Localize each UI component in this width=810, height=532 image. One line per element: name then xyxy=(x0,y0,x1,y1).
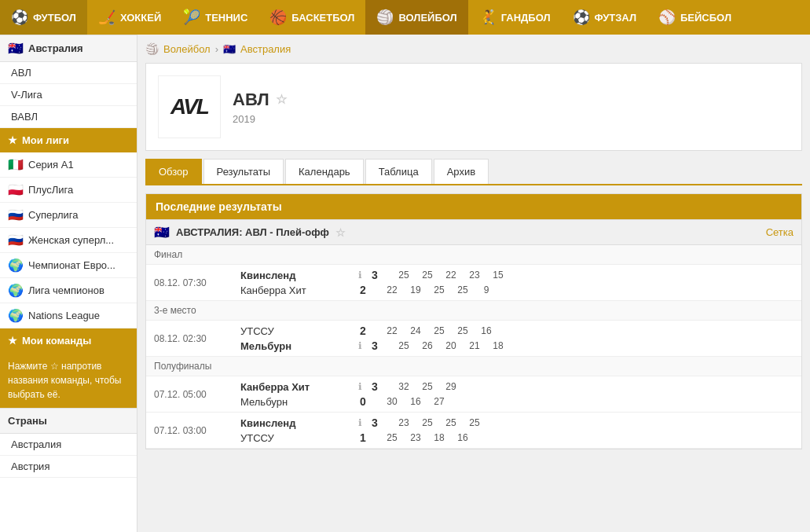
team2-score-sf1: 0 xyxy=(355,395,371,408)
match-time-sf2: 07.12. 03:00 xyxy=(154,425,240,436)
star-teams-icon: ★ xyxy=(8,335,17,347)
team-row-3rd-1: УТССУ 2 22 24 25 25 16 xyxy=(240,325,794,337)
round-final: Финал xyxy=(146,245,801,265)
team2-sets: 22 19 25 25 9 xyxy=(383,284,495,295)
breadcrumb: 🏐 Волейбол › 🇦🇺 Австралия xyxy=(145,42,802,55)
my-teams-header: ★ Мои команды xyxy=(0,328,137,353)
volleyball-icon: 🏐 xyxy=(376,9,394,26)
futsal-icon: ⚽ xyxy=(573,9,590,26)
match-row-sf1[interactable]: 07.12. 05:00 Канберра Хит ℹ 3 32 25 29 М… xyxy=(146,376,801,413)
nav-basketball[interactable]: 🏀 БАСКЕТБОЛ xyxy=(258,0,365,35)
nav-volleyball[interactable]: 🏐 ВОЛЕЙБОЛ xyxy=(365,0,467,35)
favorite-tournament-button[interactable]: ☆ xyxy=(335,226,346,239)
team1-sets: 25 25 22 23 15 xyxy=(395,270,507,281)
team2-score-3rd: 3 xyxy=(367,339,383,352)
league-name: АВЛ ☆ xyxy=(233,90,287,110)
tournament-flag: 🇦🇺 xyxy=(154,225,170,240)
my-teams-description: Нажмите ☆ напротив названия команды, что… xyxy=(0,353,137,408)
sidebar-item-champions-league[interactable]: 🌍 Лига чемпионов xyxy=(0,278,137,303)
star-icon: ★ xyxy=(8,134,17,146)
nav-football[interactable]: ⚽ ФУТБОЛ xyxy=(0,0,87,35)
nav-baseball[interactable]: ⚾ БЕЙСБОЛ xyxy=(647,0,742,35)
tab-table[interactable]: Таблица xyxy=(365,159,432,184)
tab-archive[interactable]: Архив xyxy=(434,159,489,184)
main-content: 🏐 Волейбол › 🇦🇺 Австралия AVL АВЛ ☆ 2019… xyxy=(137,35,810,532)
team1-info-sf2[interactable]: ℹ xyxy=(358,417,362,428)
match-row-sf2[interactable]: 07.12. 03:00 Квинсленд ℹ 3 23 25 25 25 xyxy=(146,413,801,449)
team-name-sf1-2: Мельбурн xyxy=(240,396,350,408)
team1-sets-sf2: 23 25 25 25 xyxy=(395,417,483,428)
match-row-third[interactable]: 08.12. 02:30 УТССУ 2 22 24 25 25 16 xyxy=(146,321,801,357)
team-row-sf1-1: Канберра Хит ℹ 3 32 25 29 xyxy=(240,380,794,393)
team-name-sf2-1: Квинсленд xyxy=(240,417,350,429)
team1-score: 3 xyxy=(367,269,383,281)
tab-results[interactable]: Результаты xyxy=(203,159,284,184)
nav-handball[interactable]: 🤾 ГАНДБОЛ xyxy=(468,0,562,35)
breadcrumb-country[interactable]: Австралия xyxy=(240,43,291,55)
my-leagues-section: ★ Мои лиги xyxy=(0,128,137,152)
sidebar-item-seria-a1[interactable]: 🇮🇹 Серия А1 xyxy=(0,152,137,178)
team-row-3rd-2: Мельбурн ℹ 3 25 26 20 21 18 xyxy=(240,339,794,352)
sidebar-item-plusliga[interactable]: 🇵🇱 ПлусЛига xyxy=(0,178,137,203)
tennis-icon: 🎾 xyxy=(183,9,200,26)
team-name-sf1-1: Канберра Хит xyxy=(240,381,350,393)
sidebar-item-vavl[interactable]: ВАВЛ xyxy=(0,106,137,128)
round-semifinals: Полуфиналы xyxy=(146,357,801,376)
baseball-icon: ⚾ xyxy=(658,9,676,26)
team-row-2: Канберра Хит 2 22 19 25 25 9 xyxy=(240,284,794,296)
top-navigation: ⚽ ФУТБОЛ 🏒 ХОККЕЙ 🎾 ТЕННИС 🏀 БАСКЕТБОЛ 🏐… xyxy=(0,0,810,35)
team1-score-sf1: 3 xyxy=(367,380,383,393)
countries-header: Страны xyxy=(0,408,137,434)
team2-score-sf2: 1 xyxy=(355,431,371,444)
volleyball-breadcrumb-icon: 🏐 xyxy=(145,42,159,55)
tournament-row: 🇦🇺 АВСТРАЛИЯ: АВЛ - Плей-офф ☆ Сетка xyxy=(146,219,801,245)
my-teams-section: ★ Мои команды Нажмите ☆ напротив названи… xyxy=(0,328,137,408)
favorite-league-button[interactable]: ☆ xyxy=(276,92,287,107)
team1-sets-sf1: 32 25 29 xyxy=(395,381,460,392)
breadcrumb-sport[interactable]: Волейбол xyxy=(163,43,211,55)
sidebar-item-superliga[interactable]: 🇷🇺 Суперлига xyxy=(0,203,137,228)
match-teams-sf1: Канберра Хит ℹ 3 32 25 29 Мельбурн 0 xyxy=(240,380,794,408)
main-layout: 🇦🇺 Австралия АВЛ V-Лига ВАВЛ ★ Мои лиги … xyxy=(0,35,810,532)
nav-tennis[interactable]: 🎾 ТЕННИС xyxy=(172,0,258,35)
tab-overview[interactable]: Обзор xyxy=(145,159,202,184)
nav-hockey[interactable]: 🏒 ХОККЕЙ xyxy=(87,0,172,35)
team-row-sf1-2: Мельбурн 0 30 16 27 xyxy=(240,395,794,408)
nav-futsal[interactable]: ⚽ ФУТЗАЛ xyxy=(562,0,647,35)
sidebar-item-vliga[interactable]: V-Лига xyxy=(0,84,137,106)
team-row-1: Квинсленд ℹ 3 25 25 22 23 15 xyxy=(240,269,794,281)
round-third: 3-е место xyxy=(146,301,801,321)
football-icon: ⚽ xyxy=(11,9,28,26)
tournament-name[interactable]: АВСТРАЛИЯ: АВЛ - Плей-офф xyxy=(176,226,329,238)
match-teams: Квинсленд ℹ 3 25 25 22 23 15 Канберра Хи… xyxy=(240,269,794,296)
league-card: AVL АВЛ ☆ 2019 xyxy=(145,63,802,151)
sidebar-country-australia[interactable]: 🇦🇺 Австралия xyxy=(0,35,137,62)
team1-info-sf1[interactable]: ℹ xyxy=(358,381,362,392)
section-title: Последние результаты xyxy=(146,194,801,219)
league-logo-text: AVL xyxy=(170,94,208,119)
match-teams-3rd: УТССУ 2 22 24 25 25 16 Мельбурн ℹ xyxy=(240,325,794,352)
sidebar-country-australia-link[interactable]: Австралия xyxy=(0,434,137,456)
match-row-final[interactable]: 08.12. 07:30 Квинсленд ℹ 3 25 25 22 23 1… xyxy=(146,265,801,301)
sidebar-item-euro-championship[interactable]: 🌍 Чемпионат Евро... xyxy=(0,253,137,278)
basketball-icon: 🏀 xyxy=(269,9,287,26)
sidebar: 🇦🇺 Австралия АВЛ V-Лига ВАВЛ ★ Мои лиги … xyxy=(0,35,137,532)
australia-flag: 🇦🇺 xyxy=(8,41,24,56)
team-name-1: Квинсленд xyxy=(240,270,350,281)
handball-icon: 🤾 xyxy=(479,9,497,26)
tab-calendar[interactable]: Календарь xyxy=(285,159,364,184)
sidebar-item-nations-league[interactable]: 🌍 Nations League xyxy=(0,303,137,328)
team1-info-icon[interactable]: ℹ xyxy=(358,270,362,281)
breadcrumb-sep: › xyxy=(215,43,218,55)
match-teams-sf2: Квинсленд ℹ 3 23 25 25 25 УТССУ 1 xyxy=(240,416,794,444)
sidebar-item-women-superliga[interactable]: 🇷🇺 Женская суперл... xyxy=(0,228,137,253)
team2-info-3rd[interactable]: ℹ xyxy=(358,340,362,351)
league-logo: AVL xyxy=(158,75,221,138)
grid-link[interactable]: Сетка xyxy=(766,226,794,238)
sidebar-item-avl[interactable]: АВЛ xyxy=(0,62,137,84)
league-info: АВЛ ☆ 2019 xyxy=(233,90,287,125)
team2-sets-3rd: 25 26 20 21 18 xyxy=(395,340,507,351)
my-leagues-header: ★ Мои лиги xyxy=(0,128,137,152)
sidebar-country-austria-link[interactable]: Австрия xyxy=(0,456,137,478)
breadcrumb-flag: 🇦🇺 xyxy=(223,43,236,55)
